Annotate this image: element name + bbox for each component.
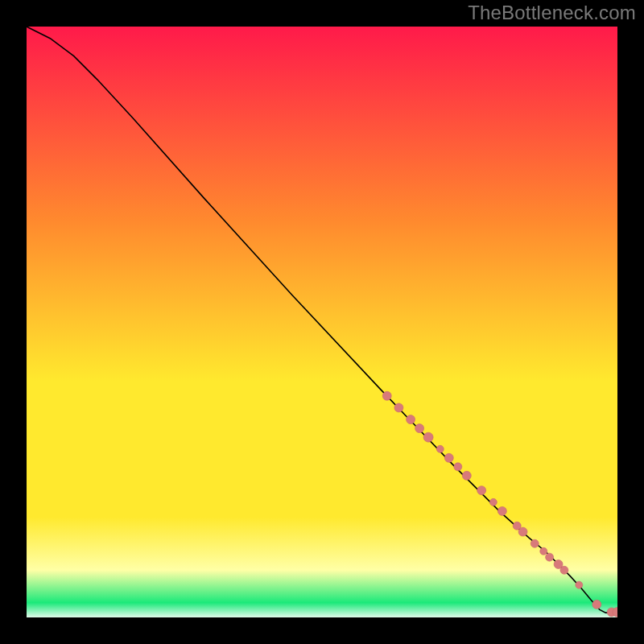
attribution-text: TheBottleneck.com — [468, 2, 636, 24]
data-point — [423, 432, 433, 442]
data-point — [489, 498, 497, 506]
data-point — [462, 471, 471, 480]
data-point — [518, 527, 527, 536]
data-point — [497, 506, 506, 515]
data-point — [454, 463, 462, 471]
data-point — [436, 445, 444, 452]
data-point — [576, 581, 583, 588]
data-point — [415, 424, 424, 433]
data-point — [546, 553, 554, 561]
data-point — [477, 486, 486, 495]
gradient-background — [27, 27, 617, 617]
chart-frame: TheBottleneck.com — [0, 0, 644, 644]
data-point — [394, 403, 403, 412]
chart-svg — [27, 27, 617, 617]
data-point — [407, 415, 415, 424]
data-point — [592, 600, 601, 609]
data-point — [560, 566, 568, 574]
data-point — [382, 391, 391, 400]
data-point — [444, 453, 453, 462]
data-point — [540, 547, 547, 555]
data-point — [530, 539, 539, 547]
plot-area — [27, 27, 617, 617]
